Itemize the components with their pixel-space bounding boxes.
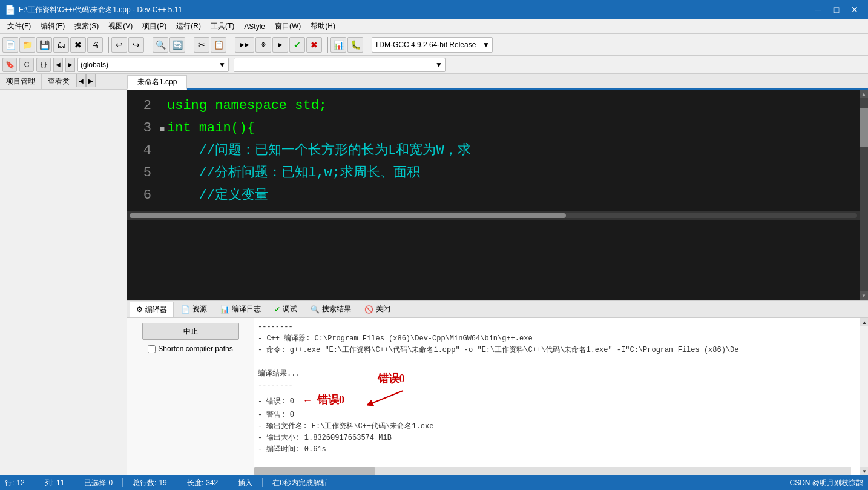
class-button[interactable]: C	[19, 58, 34, 72]
file-tab-main[interactable]: 未命名1.cpp	[127, 75, 187, 90]
menu-item-R[interactable]: 运行(R)	[171, 20, 206, 33]
bottom-content: 中止 Shorten compiler paths -------- - C++…	[127, 318, 868, 475]
left-nav-back[interactable]: ◀	[76, 74, 86, 87]
tb-sep3	[188, 37, 191, 53]
compiler-dropdown[interactable]: TDM-GCC 4.9.2 64-bit Release ▼	[372, 37, 493, 53]
menu-item-F[interactable]: 文件(F)	[2, 20, 36, 33]
shorten-paths-checkbox[interactable]	[148, 345, 156, 353]
scrollbar-thumb-h[interactable]	[130, 213, 566, 218]
find-button[interactable]: 🔍	[153, 37, 168, 53]
compile-log-icon: 📊	[220, 305, 229, 314]
shorten-paths-container[interactable]: Shorten compiler paths	[148, 345, 232, 353]
copy-button[interactable]: 📋	[211, 37, 226, 53]
menu-item-E[interactable]: 编辑(E)	[36, 20, 70, 33]
stop-button[interactable]: 中止	[142, 323, 239, 340]
vscroll-up-button[interactable]: ▲	[860, 90, 868, 98]
menu-item-S[interactable]: 搜索(S)	[70, 20, 104, 33]
svg-line-0	[373, 391, 403, 403]
undo-button[interactable]: ↩	[111, 37, 127, 53]
project-tab[interactable]: 项目管理	[0, 74, 42, 89]
output-line-3: - 命令: g++.exe "E:\工作资料\C++\代码\未命名1.cpp" …	[258, 345, 856, 356]
output-line-5: 编译结果...	[258, 368, 856, 380]
menu-item-H[interactable]: 帮助(H)	[306, 20, 340, 33]
menu-item-V[interactable]: 视图(V)	[104, 20, 137, 33]
check-button[interactable]: ✔	[289, 37, 305, 53]
code-line-2: 2 using namespace std;	[127, 94, 860, 117]
compile-run-button[interactable]: ▶▶	[235, 37, 254, 53]
debug-icon: ✔	[274, 305, 280, 314]
globals-arrow: ▼	[219, 61, 226, 69]
code-content: 2 using namespace std; 3 ■ int main(){ 4	[127, 90, 860, 211]
nav-back-button[interactable]: ◀	[53, 58, 63, 72]
debug-button[interactable]: 🐛	[347, 37, 363, 53]
debug-tab-label: 调试	[283, 304, 297, 314]
bottom-vscroll-down[interactable]: ▼	[860, 467, 868, 475]
output-line-6: --------	[258, 380, 856, 391]
menu-bar: 文件(F)编辑(E)搜索(S)视图(V)项目(P)运行(R)工具(T)AStyl…	[0, 19, 868, 34]
code-editor[interactable]: 2 using namespace std; 3 ■ int main(){ 4	[127, 90, 860, 300]
replace-button[interactable]: 🔄	[169, 37, 185, 53]
bookmark-button[interactable]: 🔖	[2, 58, 17, 72]
resources-tab[interactable]: 📄 资源	[175, 302, 213, 317]
status-col: 列: 11	[45, 478, 65, 488]
close-file-button[interactable]: ✖	[70, 37, 86, 53]
left-panel-tabs: 项目管理 查看类 ◀ ▶	[0, 74, 127, 90]
new-file-button[interactable]: 📄	[2, 37, 18, 53]
shorten-paths-label: Shorten compiler paths	[158, 345, 232, 353]
profile-button[interactable]: 📊	[330, 37, 346, 53]
compile-log-tab[interactable]: 📊 编译日志	[214, 302, 267, 317]
compile-button[interactable]: ⚙	[255, 37, 271, 53]
col-label: 列:	[45, 478, 54, 488]
scope-arrow: ▼	[435, 61, 442, 69]
vscroll-thumb[interactable]	[860, 108, 868, 147]
save-file-button[interactable]: 💾	[36, 37, 52, 53]
save-all-button[interactable]: 🗂	[53, 37, 69, 53]
menu-item-P[interactable]: 项目(P)	[137, 20, 171, 33]
sel-val: 0	[108, 478, 113, 487]
menu-item-AStyle[interactable]: AStyle	[239, 21, 270, 32]
minimize-button[interactable]: ─	[810, 3, 827, 16]
print-button[interactable]: 🖨	[87, 37, 103, 53]
status-sel: 已选择 0	[84, 478, 113, 488]
title-bar-controls: ─ □ ✕	[810, 3, 863, 16]
run-button[interactable]: ▶	[272, 37, 288, 53]
maximize-button[interactable]: □	[828, 3, 845, 16]
insert-label: 插入	[238, 478, 252, 488]
bottom-left: 中止 Shorten compiler paths	[127, 318, 254, 475]
right-area: 未命名1.cpp 2 using namespace std; 3 ■	[127, 74, 868, 475]
redo-button[interactable]: ↪	[128, 37, 144, 53]
bottom-vscroll-up[interactable]: ▲	[860, 318, 868, 326]
scope-dropdown[interactable]: ▼	[234, 58, 446, 72]
stop-build-button[interactable]: ✖	[306, 37, 322, 53]
close-bottom-tab[interactable]: 🚫 关闭	[358, 302, 396, 317]
menu-item-W[interactable]: 窗口(W)	[270, 20, 306, 33]
bottom-panel: ⚙ 编译器 📄 资源 📊 编译日志 ✔ 调试 🔍 搜索结果	[127, 300, 868, 475]
output-line-4	[258, 357, 856, 368]
compile-log-label: 编译日志	[232, 304, 261, 314]
total-label: 总行数:	[133, 478, 156, 488]
classes-tab[interactable]: 查看类	[42, 74, 76, 89]
search-results-tab[interactable]: 🔍 搜索结果	[304, 302, 357, 317]
compiler-tab-icon: ⚙	[136, 305, 143, 314]
scrollbar-track-h	[130, 213, 857, 218]
close-bottom-label: 关闭	[376, 304, 390, 314]
func-button[interactable]: { }	[36, 58, 51, 72]
globals-dropdown[interactable]: (globals) ▼	[77, 58, 229, 72]
bottom-output-scrollbar[interactable]	[254, 467, 851, 475]
cut-button[interactable]: ✂	[194, 37, 209, 53]
left-nav-fwd[interactable]: ▶	[86, 74, 96, 87]
nav-fwd-button[interactable]: ▶	[65, 58, 75, 72]
code-vscroll: ▲ ▼	[860, 90, 868, 300]
menu-item-T[interactable]: 工具(T)	[206, 20, 239, 33]
code-line-5: 5 //分析问题：已知l,w;求周长、面积	[127, 162, 860, 184]
vscroll-down-button[interactable]: ▼	[860, 291, 868, 300]
open-file-button[interactable]: 📁	[19, 37, 35, 53]
code-scrollbar-h[interactable]	[127, 211, 860, 220]
app-icon: 📄	[5, 5, 15, 15]
bottom-output-thumb[interactable]	[254, 467, 375, 475]
close-button[interactable]: ✕	[846, 3, 863, 16]
debug-tab[interactable]: ✔ 调试	[268, 302, 303, 317]
toolbar: 📄 📁 💾 🗂 ✖ 🖨 ↩ ↪ 🔍 🔄 ✂ 📋 ▶▶ ⚙ ▶ ✔ ✖ 📊 🐛 T…	[0, 34, 868, 56]
search-results-icon: 🔍	[311, 305, 320, 314]
compiler-tab[interactable]: ⚙ 编译器	[130, 302, 174, 317]
